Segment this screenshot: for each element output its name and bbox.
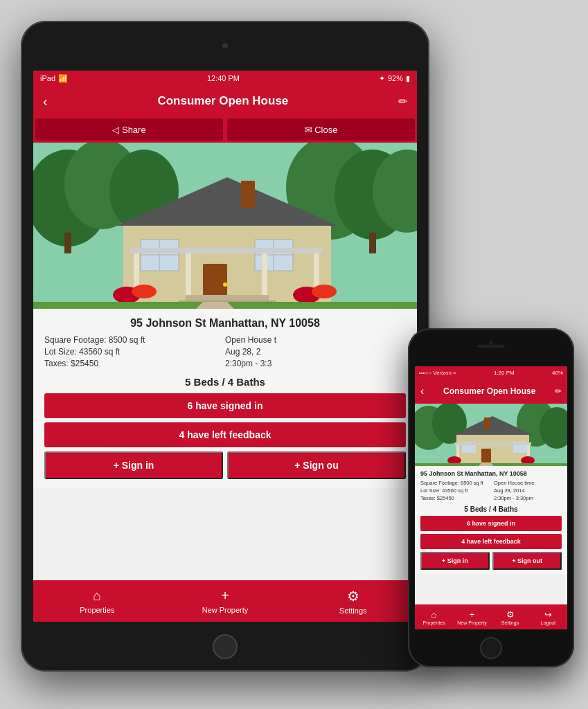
iphone-signout-button[interactable]: + Sign out [492,552,562,570]
iphone-home-button[interactable] [480,637,502,659]
iphone-tab-properties[interactable]: ⌂ Properties [415,609,453,625]
iphone-feedback-count: 4 have left feedback [420,534,562,549]
ipad-settings-icon: ⚙ [347,588,359,604]
ipad-openhouse-label: Open House t [225,335,276,345]
ipad-tab-settings-label: Settings [339,607,367,615]
ipad-details-left: Square Footage: 8500 sq ft Lot Size: 435… [44,335,225,370]
iphone-screen: •••○○ Verizon ≈ 1:20 PM 40% ‹ Consumer O… [415,366,567,629]
iphone-tab-settings-label: Settings [501,620,519,625]
ipad-lotsize-label: Lot Size: [44,347,77,357]
svg-rect-22 [186,250,191,295]
ipad-device: iPad 📶 12:40 PM ✦ 92% ▮ ‹ Consumer Open … [21,21,429,672]
iphone-tab-properties-label: Properties [423,620,445,625]
iphone-battery: 40% [552,370,563,376]
ipad-back-button[interactable]: ‹ [43,93,48,109]
ipad-openhouse-time: 2:30pm - 3:3 [225,359,271,368]
iphone-openhouse-date-row: Aug 28, 2014 [494,487,562,494]
iphone-tab-new-property[interactable]: + New Property [453,609,491,625]
ipad-time: 12:40 PM [207,74,240,82]
ipad-tab-properties[interactable]: ⌂ Properties [33,588,161,614]
iphone-tab-settings[interactable]: ⚙ Settings [491,609,529,625]
iphone-sqft: Square Footage: 8500 [420,480,472,486]
iphone-signin-button[interactable]: + Sign in [420,552,490,570]
iphone-signin-row: + Sign in + Sign out [420,552,562,570]
ipad-sqft-row: Square Footage: 8500 sq ft [44,335,225,345]
iphone-details-grid: Square Footage: 8500 sq ft Lot Size: 435… [420,480,562,503]
ipad-device-label: iPad [40,74,55,82]
svg-rect-12 [241,181,255,208]
ipad-taxes-row: Taxes: $25450 [44,359,225,368]
iphone-tab-logout[interactable]: ↪ Logout [529,609,567,625]
iphone-nav-bar: ‹ Consumer Open House ✏ [415,379,567,404]
ipad-edit-icon[interactable]: ✏ [398,95,407,108]
ipad-nav-title: Consumer Open House [157,94,288,108]
ipad-battery: 92% [388,74,403,82]
ipad-openhouse-date-row: Aug 28, 2 [225,347,406,357]
iphone-taxes-row: Taxes: $25450 [420,495,488,501]
svg-rect-23 [262,250,267,295]
ipad-beds-baths: 5 Beds / 4 Baths [44,376,406,388]
ipad-properties-icon: ⌂ [93,588,101,604]
iphone-device: •••○○ Verizon ≈ 1:20 PM 40% ‹ Consumer O… [408,328,574,667]
iphone-logout-icon: ↪ [544,609,552,620]
svg-rect-47 [455,442,531,445]
ipad-openhouse-date: Aug 28, 2 [225,347,260,357]
ipad-status-left: iPad 📶 [40,74,68,83]
svg-rect-9 [369,233,376,253]
ipad-signin-button[interactable]: + Sign in [44,451,223,479]
ipad-tab-bar: ⌂ Properties + New Property ⚙ Settings [33,580,417,622]
iphone-edit-icon[interactable]: ✏ [555,386,562,396]
iphone-details-right: Open House time: Aug 28, 2014 2:30pm - 3… [494,480,562,503]
ipad-house-image [33,143,417,309]
ipad-property-content: 95 Johnson St Manhattan, NY 10058 Square… [33,309,417,487]
ipad-details-right: Open House t Aug 28, 2 2:30pm - 3:3 [225,335,406,370]
iphone-openhouse-time-row: 2:30pm - 3:30pm [494,495,562,501]
iphone-time: 1:20 PM [494,370,515,376]
svg-rect-26 [186,295,269,300]
ipad-taxes-label: Taxes: [44,359,69,368]
iphone-tab-logout-label: Logout [541,620,555,625]
ipad-tab-new-property[interactable]: + New Property [161,588,289,614]
iphone-details-left: Square Footage: 8500 sq ft Lot Size: 435… [420,480,488,503]
ipad-new-property-icon: + [221,588,229,604]
iphone-properties-icon: ⌂ [431,609,437,620]
iphone-sqft-row: Square Footage: 8500 sq ft [420,480,488,486]
ipad-signout-button[interactable]: + Sign ou [227,451,406,479]
ipad-sqft-value: 8500 sq ft [109,335,145,345]
svg-rect-41 [484,418,490,430]
ipad-tab-settings[interactable]: ⚙ Settings [289,588,417,615]
ipad-openhouse-time-row: 2:30pm - 3:3 [225,359,406,368]
ipad-openhouse-label-row: Open House t [225,335,406,345]
ipad-nav-bar: ‹ Consumer Open House ✏ [33,86,417,116]
ipad-home-button[interactable] [213,634,238,659]
iphone-house-image [415,404,567,466]
iphone-speaker [477,345,505,348]
svg-rect-44 [481,449,491,463]
ipad-bluetooth-icon: ✦ [379,74,385,83]
ipad-share-button[interactable]: ◁ Share [35,118,223,141]
ipad-lotsize-value: 43560 sq ft [79,347,120,357]
ipad-camera [222,43,228,48]
iphone-tab-bar: ⌂ Properties + New Property ⚙ Settings ↪… [415,604,567,629]
svg-point-20 [223,282,227,287]
iphone-new-property-icon: + [470,609,475,620]
ipad-taxes-value: $25450 [71,359,98,368]
iphone-sqft-unit: sq ft [474,480,483,486]
svg-point-31 [312,285,337,298]
ipad-close-button[interactable]: ✉ Close [227,118,415,141]
ipad-action-row: ◁ Share ✉ Close [33,116,417,143]
ipad-address: 95 Johnson St Manhattan, NY 10058 [44,317,406,330]
iphone-openhouse-time: 2:30pm - 3:30pm [494,495,533,501]
iphone-openhouse-label: Open House time: [494,480,535,486]
ipad-screen: iPad 📶 12:40 PM ✦ 92% ▮ ‹ Consumer Open … [33,71,417,622]
scene: iPad 📶 12:40 PM ✦ 92% ▮ ‹ Consumer Open … [0,0,588,709]
svg-point-29 [132,285,157,298]
svg-rect-25 [130,248,323,253]
iphone-address: 95 Johnson St Manhattan, NY 10058 [420,470,562,477]
iphone-carrier: •••○○ Verizon ≈ [419,370,456,376]
iphone-back-button[interactable]: ‹ [420,385,424,397]
ipad-feedback-count: 4 have left feedback [44,422,406,447]
iphone-signed-in-count: 6 have signed in [420,516,562,531]
svg-rect-7 [64,233,71,253]
ipad-lotsize-row: Lot Size: 43560 sq ft [44,347,225,357]
